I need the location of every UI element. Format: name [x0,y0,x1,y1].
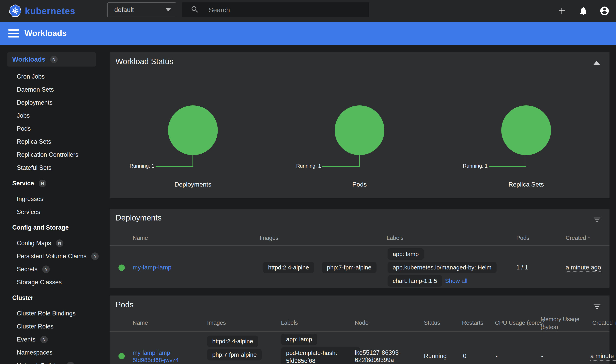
column-header-labels[interactable]: Labels [387,235,403,241]
column-header-cpu-usage[interactable]: CPU Usage (cores) [495,320,545,326]
chevron-down-icon [166,8,171,12]
search-icon [191,5,199,15]
label-chip: pod-template-hash: 5fd985cf68 [281,347,360,364]
pie-slice-running[interactable] [335,105,384,155]
namespace-selector[interactable]: default [107,2,176,17]
table-divider [110,331,609,332]
sidebar-section-service[interactable]: Service N [0,177,103,190]
sidebar-section-cluster[interactable]: Cluster [0,291,103,304]
column-header-images[interactable]: Images [260,235,278,241]
topbar-actions [557,0,610,22]
sidebar-item-events[interactable]: Events N [0,333,103,346]
label-chip: app: lamp [388,248,424,260]
label-chip: app: lamp [281,334,317,345]
search-input[interactable] [209,6,359,14]
image-chip: php:7-fpm-alpine [207,349,262,361]
app-bar: Workloads [0,22,616,45]
image-chip: httpd:2.4-alpine [207,336,258,347]
sidebar-item-secrets[interactable]: Secrets N [0,263,103,276]
column-header-pods[interactable]: Pods [516,235,529,241]
sidebar-item-replica-sets[interactable]: Replica Sets [0,135,103,148]
pie-leader-line [489,166,526,167]
pie-leader-line [526,155,526,167]
filter-icon[interactable] [592,302,602,312]
create-resource-button[interactable] [557,6,567,16]
sidebar-item-cluster-roles[interactable]: Cluster Roles [0,320,103,333]
image-chip: httpd:2.4-alpine [263,262,314,273]
namespaced-badge: N [91,252,99,260]
label-chip: chart: lamp-1.1.5 [388,275,442,287]
created-cell: a minute ago [590,352,616,360]
restarts-cell: 0 [463,352,466,360]
pie-leader-line [156,166,193,167]
status-ok-dot [118,264,125,271]
user-account-icon[interactable] [599,6,610,16]
status-ok-dot [118,353,125,359]
filter-icon[interactable] [592,215,602,225]
column-header-memory-usage[interactable]: Memory Usage (bytes) [541,315,585,331]
sidebar-item-stateful-sets[interactable]: Stateful Sets [0,161,103,174]
namespaced-badge: N [56,239,63,247]
column-header-node[interactable]: Node [355,320,368,326]
deployment-name-link[interactable]: my-lamp-lamp [133,264,171,271]
sidebar-item-persistent-volume-claims[interactable]: Persistent Volume Claims N [0,250,103,263]
pie-chart-title: Replica Sets [443,181,609,188]
pie-callout: Running: 1 [463,163,488,169]
sidebar-item-config-maps[interactable]: Config Maps N [0,237,103,250]
column-header-status[interactable]: Status [424,320,440,326]
column-header-created[interactable]: Created ↑ [566,235,590,241]
top-bar: kubernetes default [0,0,616,22]
pie-leader-line [322,166,360,167]
sidebar-item-cluster-role-bindings[interactable]: Cluster Role Bindings [0,307,103,320]
column-header-name[interactable]: Name [133,320,148,326]
notifications-bell-icon[interactable] [578,6,588,16]
sidebar-section-config-and-storage[interactable]: Config and Storage [0,221,103,234]
pie-slice-running[interactable] [501,105,551,155]
image-chip: php:7-fpm-alpine [322,262,377,273]
node-cell: lke55127-86393-622f8d09399a [355,349,420,364]
namespaced-badge: N [40,336,48,343]
column-header-images[interactable]: Images [207,320,226,326]
search-bar[interactable] [182,2,369,17]
sidebar-item-ingresses[interactable]: Ingresses [0,193,103,206]
brand-name: kubernetes [25,6,75,16]
sidebar-nav: Workloads N Cron Jobs Daemon Sets Deploy… [0,45,103,364]
column-header-created[interactable]: Created ↑ [592,320,616,326]
kubernetes-logo-icon [9,4,22,18]
sidebar-item-pods[interactable]: Pods [0,122,103,135]
pie-leader-line [193,155,193,167]
sidebar-item-daemon-sets[interactable]: Daemon Sets [0,83,103,96]
sort-ascending-icon: ↑ [588,235,590,241]
sidebar-item-jobs[interactable]: Jobs [0,109,103,122]
pods-card-title: Pods [116,300,133,309]
label-chip: app.kubernetes.io/managed-by: Helm [388,262,497,273]
workload-status-card: Workload Status Running: 1 Deployments R… [110,52,609,198]
namespaced-badge: N [50,56,58,63]
show-all-labels-link[interactable]: Show all [445,278,467,284]
sidebar-item-deployments[interactable]: Deployments [0,96,103,109]
sidebar-item-cron-jobs[interactable]: Cron Jobs [0,70,103,83]
pod-name-link[interactable]: my-lamp-lamp-5fd985cf68-jwvz4 [133,349,202,364]
column-header-labels[interactable]: Labels [281,320,298,326]
kubernetes-logo[interactable]: kubernetes [9,4,75,18]
pie-chart-title: Deployments [110,181,276,188]
sidebar-item-network-policies[interactable]: Network Policies N [0,359,103,364]
namespace-value: default [114,6,134,14]
deployments-card-title: Deployments [116,213,161,222]
sidebar-item-replication-controllers[interactable]: Replication Controllers [0,148,103,161]
sidebar-item-workloads[interactable]: Workloads N [7,52,96,66]
pods-ratio-cell: 1 / 1 [516,264,528,271]
pods-pie-chart: Running: 1 Pods [276,105,443,192]
sidebar-item-services[interactable]: Services [0,206,103,219]
pie-slice-running[interactable] [168,105,218,155]
sort-ascending-icon: ↑ [614,320,616,326]
collapse-card-icon[interactable] [593,61,600,65]
cpu-usage-cell: - [496,352,498,360]
column-header-name[interactable]: Name [133,235,148,241]
sidebar-item-namespaces[interactable]: Namespaces [0,346,103,359]
menu-hamburger-icon[interactable] [8,29,19,38]
pie-callout: Running: 1 [296,163,321,169]
pie-callout: Running: 1 [130,163,154,169]
sidebar-item-storage-classes[interactable]: Storage Classes [0,276,103,289]
column-header-restarts[interactable]: Restarts [462,320,483,326]
